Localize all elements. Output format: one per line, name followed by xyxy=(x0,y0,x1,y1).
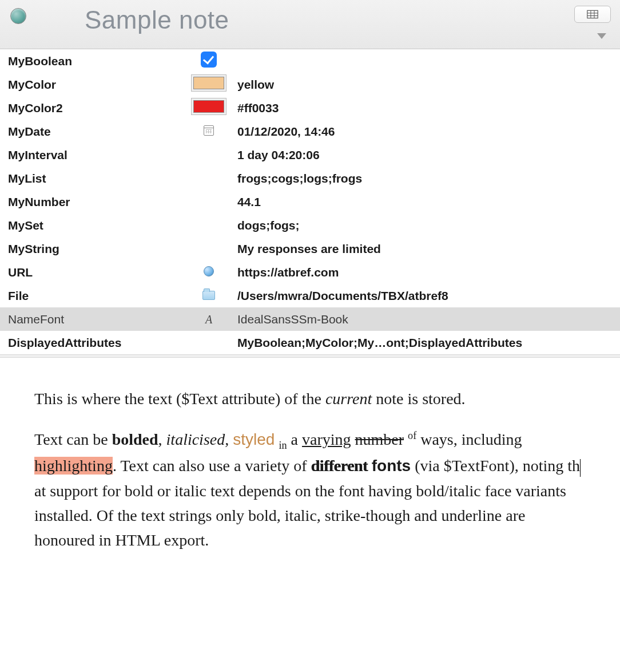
attribute-type-icon-cell xyxy=(192,237,226,260)
text-paragraph[interactable]: This is where the text ($Text attribute)… xyxy=(34,386,586,411)
text-run-bold: bolded xyxy=(112,430,158,448)
attribute-value[interactable] xyxy=(226,49,620,73)
attribute-type-icon-cell xyxy=(192,49,226,73)
attribute-value[interactable]: IdealSansSSm-Book xyxy=(226,307,620,331)
attribute-row[interactable]: MyBoolean xyxy=(0,49,620,73)
attribute-name[interactable]: MyBoolean xyxy=(0,49,192,73)
attribute-row[interactable]: MyStringMy responses are limited xyxy=(0,237,620,260)
color-swatch[interactable] xyxy=(193,77,224,89)
text-run: , xyxy=(225,430,233,448)
note-title[interactable]: Sample note xyxy=(85,6,229,34)
attribute-name[interactable]: MyNumber xyxy=(0,190,192,214)
table-view-button[interactable] xyxy=(574,6,611,23)
text-run xyxy=(351,430,355,448)
note-color-bullet[interactable] xyxy=(10,8,26,24)
folder-icon[interactable] xyxy=(202,291,215,300)
text-run: at support for bold or italic text depen… xyxy=(34,482,566,550)
attribute-name[interactable]: MyInterval xyxy=(0,143,192,167)
text-run: (via $TextFont), noting th xyxy=(411,457,580,475)
text-run: , xyxy=(158,430,166,448)
attributes-table: MyBooleanMyColoryellowMyColor2#ff0033MyD… xyxy=(0,49,620,354)
note-header: Sample note xyxy=(0,0,620,49)
color-swatch[interactable] xyxy=(193,100,224,113)
checkbox-icon[interactable] xyxy=(201,52,217,68)
attribute-value[interactable]: 01/12/2020, 14:46 xyxy=(226,120,620,143)
svg-rect-0 xyxy=(587,10,598,18)
attribute-type-icon-cell: A xyxy=(192,307,226,331)
attribute-value[interactable]: #ff0033 xyxy=(226,96,620,120)
attribute-row[interactable]: URLhttps://atbref.com xyxy=(0,260,620,284)
text-run: This is where the text ($Text attribute)… xyxy=(34,390,325,408)
text-pane[interactable]: This is where the text ($Text attribute)… xyxy=(0,358,620,586)
attribute-value[interactable]: https://atbref.com xyxy=(226,260,620,284)
attribute-type-icon-cell xyxy=(192,167,226,190)
globe-icon[interactable] xyxy=(204,266,214,276)
attribute-value[interactable]: dogs;fogs; xyxy=(226,214,620,237)
disclosure-chevron-down-icon[interactable] xyxy=(596,32,607,42)
text-run: a xyxy=(287,430,302,448)
text-cursor xyxy=(580,459,581,477)
font-icon: A xyxy=(205,313,212,326)
text-run: . Text can also use a variety of xyxy=(113,457,311,475)
text-run-subscript: in xyxy=(279,440,287,451)
text-run-underline: varying xyxy=(302,430,351,448)
attribute-type-icon-cell xyxy=(192,214,226,237)
text-run-styled: styled xyxy=(233,430,275,448)
text-paragraph[interactable]: Text can be bolded, italicised, styled i… xyxy=(34,427,586,552)
attribute-name[interactable]: DisplayedAttributes xyxy=(0,331,192,354)
text-run: note is stored. xyxy=(372,390,465,408)
text-run-italic: current xyxy=(325,390,372,408)
attribute-type-icon-cell xyxy=(192,260,226,284)
attribute-name[interactable]: MyColor xyxy=(0,73,192,96)
attribute-name[interactable]: MySet xyxy=(0,214,192,237)
attribute-row[interactable]: MyInterval1 day 04:20:06 xyxy=(0,143,620,167)
svg-marker-5 xyxy=(597,33,606,39)
text-run-highlight: highlighting xyxy=(34,457,113,475)
attribute-name[interactable]: MyString xyxy=(0,237,192,260)
text-run-altfont: different xyxy=(311,457,368,475)
calendar-icon[interactable] xyxy=(204,125,214,136)
attribute-type-icon-cell xyxy=(192,120,226,143)
text-run-altfont: fonts xyxy=(372,457,411,475)
text-run xyxy=(368,457,372,475)
attribute-value[interactable]: MyBoolean;MyColor;My…ont;DisplayedAttrib… xyxy=(226,331,620,354)
text-run-superscript: of xyxy=(408,430,416,441)
attribute-row[interactable]: MyListfrogs;cogs;logs;frogs xyxy=(0,167,620,190)
attribute-value[interactable]: /Users/mwra/Documents/TBX/atbref8 xyxy=(226,284,620,307)
attribute-value[interactable]: 44.1 xyxy=(226,190,620,214)
attribute-type-icon-cell xyxy=(192,190,226,214)
text-run-strikethrough: number xyxy=(355,430,404,448)
attribute-row[interactable]: MyNumber44.1 xyxy=(0,190,620,214)
attribute-type-icon-cell xyxy=(192,96,226,120)
text-run-italic: italicised xyxy=(166,430,225,448)
attribute-row[interactable]: MyColoryellow xyxy=(0,73,620,96)
attribute-row[interactable]: MyDate01/12/2020, 14:46 xyxy=(0,120,620,143)
attribute-row[interactable]: MySetdogs;fogs; xyxy=(0,214,620,237)
attribute-name[interactable]: URL xyxy=(0,260,192,284)
attribute-type-icon-cell xyxy=(192,143,226,167)
attribute-type-icon-cell xyxy=(192,331,226,354)
attribute-row[interactable]: NameFontAIdealSansSSm-Book xyxy=(0,307,620,331)
attribute-type-icon-cell xyxy=(192,73,226,96)
text-run xyxy=(404,430,408,448)
attribute-value[interactable]: 1 day 04:20:06 xyxy=(226,143,620,167)
attribute-type-icon-cell xyxy=(192,284,226,307)
attribute-value[interactable]: yellow xyxy=(226,73,620,96)
attribute-name[interactable]: MyColor2 xyxy=(0,96,192,120)
text-run: ways, including xyxy=(416,430,522,448)
attribute-row[interactable]: DisplayedAttributesMyBoolean;MyColor;My…… xyxy=(0,331,620,354)
attribute-row[interactable]: File/Users/mwra/Documents/TBX/atbref8 xyxy=(0,284,620,307)
attribute-row[interactable]: MyColor2#ff0033 xyxy=(0,96,620,120)
attribute-name[interactable]: MyDate xyxy=(0,120,192,143)
attribute-name[interactable]: File xyxy=(0,284,192,307)
table-icon xyxy=(587,10,598,19)
text-run: Text can be xyxy=(34,430,112,448)
attribute-name[interactable]: NameFont xyxy=(0,307,192,331)
attribute-name[interactable]: MyList xyxy=(0,167,192,190)
attribute-value[interactable]: frogs;cogs;logs;frogs xyxy=(226,167,620,190)
attribute-value[interactable]: My responses are limited xyxy=(226,237,620,260)
